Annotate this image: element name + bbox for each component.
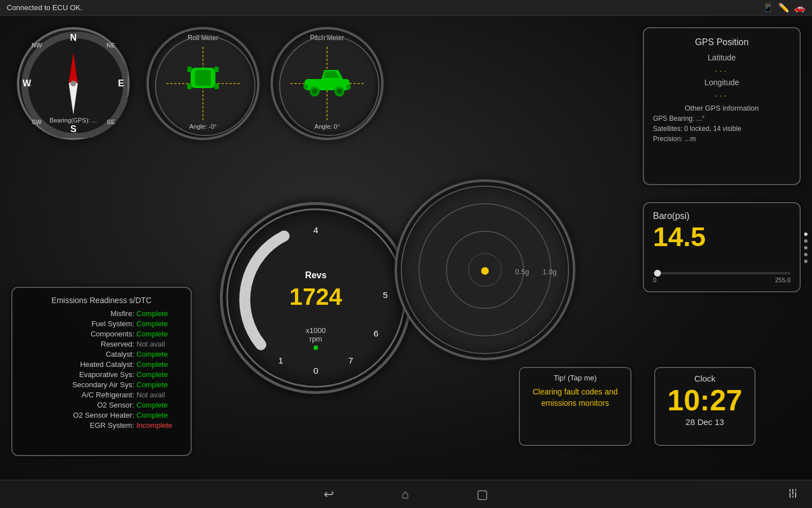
emission-row: Components:Complete — [21, 330, 182, 338]
emissions-rows: Misfire:CompleteFuel System:CompleteComp… — [21, 309, 182, 430]
clock-time: 10:27 — [661, 386, 749, 415]
gps-bearing: GPS Bearing: ...° — [653, 115, 791, 122]
gps-panel-title: GPS Position — [653, 37, 791, 47]
clock-title: Clock — [661, 374, 749, 383]
svg-point-26 — [280, 36, 379, 135]
compass-inner: N S W E NW NE SW SE Bearing(GPS): ... — [19, 29, 127, 138]
emission-value: Complete — [136, 319, 182, 328]
emission-key: A/C Refrigerant: — [21, 391, 136, 399]
tacho-inner: Revs 1724 x1000 rpm — [223, 205, 409, 391]
g-meter-svg: 0.5g 1.0g — [397, 182, 573, 358]
car-icon: 🚗 — [794, 2, 805, 13]
gps-precision: Precision: ...m — [653, 135, 791, 143]
page-dot-1[interactable] — [804, 233, 807, 236]
emission-key: Evaporative Sys: — [21, 370, 136, 379]
compass-east: E — [118, 78, 124, 89]
back-button[interactable]: ↩ — [324, 487, 334, 502]
emissions-panel: Emissions Readiness s/DTC Misfire:Comple… — [11, 287, 192, 456]
emission-value: Complete — [136, 330, 182, 338]
emission-key: Heated Catalyst: — [21, 360, 136, 369]
gps-latitude-label: Latitude — [653, 53, 791, 62]
compass-ne: NE — [107, 42, 115, 49]
settings-icon[interactable] — [787, 487, 801, 503]
emission-row: Reserved:Not avail — [21, 340, 182, 348]
emission-value: Complete — [136, 360, 182, 369]
emission-key: Catalyst: — [21, 350, 136, 358]
emission-value: Complete — [136, 350, 182, 358]
emission-key: Misfire: — [21, 309, 136, 318]
main-area: N S W E NW NE SW SE Bearing(GPS): ... Ro… — [0, 16, 812, 480]
pencil-icon: ✏️ — [778, 2, 789, 13]
recent-apps-button[interactable]: ▢ — [476, 487, 488, 502]
emission-row: Catalyst:Complete — [21, 350, 182, 358]
clock-panel: Clock 10:27 28 Dec 13 — [654, 367, 756, 446]
home-button[interactable]: ⌂ — [401, 487, 409, 502]
settings-svg — [787, 487, 801, 500]
emission-value: Complete — [136, 401, 182, 409]
baro-range-max: 255.0 — [775, 277, 791, 283]
gps-satellites: Satellites: 0 locked, 14 visible — [653, 125, 791, 133]
baro-slider-thumb — [654, 270, 661, 277]
nav-bar: ↩ ⌂ ▢ — [0, 480, 812, 508]
emission-row: Secondary Air Sys:Complete — [21, 380, 182, 389]
emission-value: Complete — [136, 380, 182, 389]
emission-value: Complete — [136, 309, 182, 318]
emission-key: Reserved: — [21, 340, 136, 348]
g-meter-gauge: 0.5g 1.0g — [395, 179, 575, 360]
compass-sw: SW — [32, 119, 42, 125]
page-dot-5[interactable] — [804, 260, 807, 263]
ecu-status-text: Connected to ECU OK. — [7, 3, 82, 12]
side-dots — [804, 233, 807, 263]
status-icons: 📱 ✏️ 🚗 — [762, 2, 805, 13]
baro-value: 14.5 — [653, 224, 791, 251]
compass-west: W — [23, 78, 31, 89]
emission-row: Fuel System:Complete — [21, 319, 182, 328]
emission-row: EGR System:Incomplete — [21, 421, 182, 430]
tachometer-gauge: 0 1 2 3 4 5 6 7 — [220, 202, 412, 394]
compass-se: SE — [107, 119, 115, 125]
baro-panel: Baro(psi) 14.5 0 255.0 — [643, 202, 801, 292]
svg-rect-44 — [792, 489, 793, 498]
baro-range-min: 0 — [653, 277, 656, 283]
compass-gauge: N S W E NW NE SW SE Bearing(GPS): ... — [17, 27, 130, 140]
roll-meter-gauge: Roll Meter Angle: -0° — [147, 27, 259, 140]
page-dot-3[interactable] — [804, 246, 807, 249]
gps-other-info-title: Other GPS information — [653, 104, 791, 112]
tacho-revs-label: Revs — [305, 270, 326, 281]
emission-value: Not avail — [136, 340, 182, 348]
clock-date: 28 Dec 13 — [661, 417, 749, 427]
tacho-unit: x1000 rpm — [306, 326, 325, 343]
svg-rect-46 — [789, 492, 792, 493]
emission-row: A/C Refrigerant:Not avail — [21, 391, 182, 399]
baro-title: Baro(psi) — [653, 211, 791, 221]
svg-point-42 — [481, 267, 489, 275]
emission-row: Misfire:Complete — [21, 309, 182, 318]
emissions-panel-title: Emissions Readiness s/DTC — [21, 296, 182, 305]
emission-row: O2 Sensor:Complete — [21, 401, 182, 409]
pitch-angle-label: Angle: 0° — [315, 123, 340, 130]
emission-key: EGR System: — [21, 421, 136, 430]
baro-slider-track — [653, 272, 791, 274]
compass-bearing-label: Bearing(GPS): ... — [50, 117, 97, 124]
tip-content: Clearing fault codes and emissions monit… — [526, 387, 625, 409]
tip-panel[interactable]: Tip! (Tap me) Clearing fault codes and e… — [519, 367, 632, 446]
phone-icon: 📱 — [762, 2, 774, 13]
gps-longitude-label: Longitude — [653, 78, 791, 87]
svg-point-16 — [156, 36, 255, 135]
compass-needle-svg — [39, 50, 107, 117]
page-dot-2[interactable] — [804, 239, 807, 243]
emission-row: O2 Sensor Heater:Complete — [21, 411, 182, 419]
svg-rect-45 — [795, 489, 796, 498]
gps-longitude-value: ... — [653, 89, 791, 98]
page-dot-4[interactable] — [804, 253, 807, 256]
compass-north: N — [70, 33, 77, 43]
tip-title: Tip! (Tap me) — [526, 374, 625, 382]
emission-key: Secondary Air Sys: — [21, 380, 136, 389]
svg-rect-48 — [795, 491, 797, 492]
svg-point-7 — [70, 81, 76, 86]
gps-latitude-value: ... — [653, 64, 791, 73]
emission-value: Incomplete — [136, 421, 182, 430]
emission-row: Heated Catalyst:Complete — [21, 360, 182, 369]
emission-key: O2 Sensor Heater: — [21, 411, 136, 419]
gps-panel: GPS Position Latitude ... Longitude ... … — [643, 27, 801, 185]
